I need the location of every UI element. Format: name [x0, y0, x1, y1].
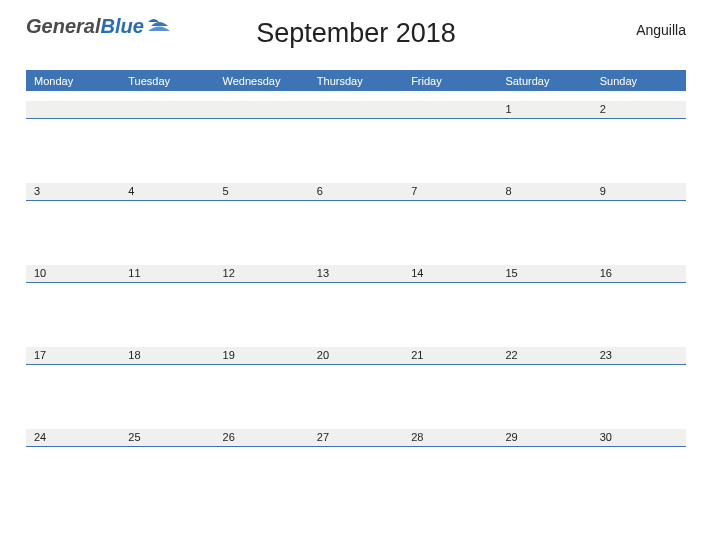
day-number: [309, 101, 403, 119]
day-number: 30: [592, 429, 686, 447]
day-cell: 2: [592, 101, 686, 173]
day-cell: 24: [26, 429, 120, 501]
day-number: 27: [309, 429, 403, 447]
day-cell: 15: [497, 265, 591, 337]
day-cell: 5: [215, 183, 309, 255]
day-header: Sunday: [592, 75, 686, 87]
day-header: Thursday: [309, 75, 403, 87]
day-cell: 30: [592, 429, 686, 501]
day-number: 26: [215, 429, 309, 447]
day-number: 15: [497, 265, 591, 283]
day-cell: 10: [26, 265, 120, 337]
day-header: Wednesday: [215, 75, 309, 87]
day-number: 8: [497, 183, 591, 201]
day-number: [26, 101, 120, 119]
day-cell: 13: [309, 265, 403, 337]
day-cell: 18: [120, 347, 214, 419]
day-cell: 21: [403, 347, 497, 419]
day-header: Friday: [403, 75, 497, 87]
day-cell: 20: [309, 347, 403, 419]
day-number: [120, 101, 214, 119]
day-header-row: Monday Tuesday Wednesday Thursday Friday…: [26, 70, 686, 91]
day-cell: [26, 101, 120, 173]
day-number: 14: [403, 265, 497, 283]
day-number: 4: [120, 183, 214, 201]
day-number: [403, 101, 497, 119]
day-cell: 19: [215, 347, 309, 419]
day-number: 16: [592, 265, 686, 283]
day-cell: 1: [497, 101, 591, 173]
week-row: 24 25 26 27 28 29 30: [26, 429, 686, 501]
day-number: 28: [403, 429, 497, 447]
day-number: 17: [26, 347, 120, 365]
day-cell: 6: [309, 183, 403, 255]
day-cell: 25: [120, 429, 214, 501]
day-cell: 14: [403, 265, 497, 337]
day-number: 11: [120, 265, 214, 283]
day-number: 3: [26, 183, 120, 201]
day-cell: 9: [592, 183, 686, 255]
day-number: 22: [497, 347, 591, 365]
day-cell: 28: [403, 429, 497, 501]
day-cell: 8: [497, 183, 591, 255]
day-cell: [120, 101, 214, 173]
day-cell: 22: [497, 347, 591, 419]
day-number: 5: [215, 183, 309, 201]
day-cell: 11: [120, 265, 214, 337]
day-number: 24: [26, 429, 120, 447]
day-cell: 23: [592, 347, 686, 419]
week-row: 1 2: [26, 101, 686, 173]
day-header: Monday: [26, 75, 120, 87]
day-cell: [403, 101, 497, 173]
day-number: 23: [592, 347, 686, 365]
day-cell: 27: [309, 429, 403, 501]
week-row: 10 11 12 13 14 15 16: [26, 265, 686, 337]
week-row: 3 4 5 6 7 8 9: [26, 183, 686, 255]
day-cell: 7: [403, 183, 497, 255]
day-number: 7: [403, 183, 497, 201]
day-number: 29: [497, 429, 591, 447]
day-cell: 3: [26, 183, 120, 255]
day-cell: [309, 101, 403, 173]
day-cell: 17: [26, 347, 120, 419]
day-cell: 4: [120, 183, 214, 255]
day-number: 9: [592, 183, 686, 201]
day-number: 1: [497, 101, 591, 119]
day-number: 10: [26, 265, 120, 283]
header: GeneralBlue September 2018 Anguilla: [26, 8, 686, 64]
day-number: 18: [120, 347, 214, 365]
week-row: 17 18 19 20 21 22 23: [26, 347, 686, 419]
day-header: Tuesday: [120, 75, 214, 87]
region-label: Anguilla: [636, 22, 686, 38]
day-number: 2: [592, 101, 686, 119]
day-number: 21: [403, 347, 497, 365]
day-number: 12: [215, 265, 309, 283]
day-cell: 16: [592, 265, 686, 337]
day-number: 25: [120, 429, 214, 447]
day-number: 13: [309, 265, 403, 283]
day-cell: 12: [215, 265, 309, 337]
day-number: 20: [309, 347, 403, 365]
day-cell: 26: [215, 429, 309, 501]
day-number: [215, 101, 309, 119]
day-number: 6: [309, 183, 403, 201]
day-header: Saturday: [497, 75, 591, 87]
day-number: 19: [215, 347, 309, 365]
calendar-title: September 2018: [26, 18, 686, 49]
day-cell: [215, 101, 309, 173]
day-cell: 29: [497, 429, 591, 501]
